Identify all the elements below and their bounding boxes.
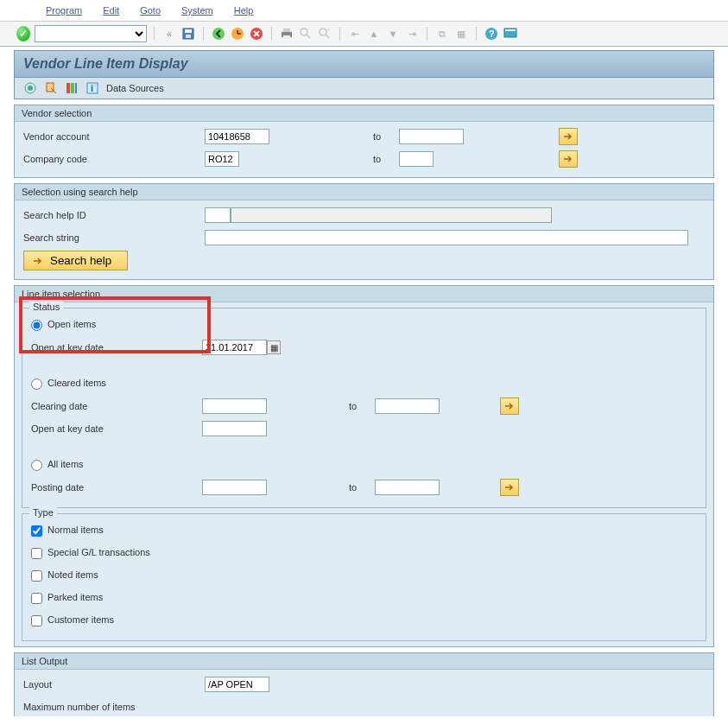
prev-page-icon[interactable]: ▲ [366,26,382,41]
find-next-icon[interactable]: + [317,26,332,41]
menu-bar: Program Edit Goto System Help [0,0,728,22]
enter-icon[interactable]: ✓ [16,26,31,41]
svg-rect-23 [75,83,77,93]
date-picker-icon[interactable]: ▦ [267,340,281,354]
get-variant-icon[interactable] [44,81,58,95]
search-help-id-label: Search help ID [23,210,205,220]
separator [154,27,155,41]
svg-rect-22 [71,83,74,93]
multiple-selection-button[interactable] [500,397,519,415]
info-icon[interactable]: i [85,81,99,95]
save-icon[interactable] [180,26,196,41]
normal-items-label: Normal items [47,525,104,535]
search-help-id-desc [231,207,552,223]
first-page-icon[interactable]: ⇤ [347,26,363,41]
parked-items-checkbox[interactable]: Parked items [31,592,103,604]
open-items-radio[interactable]: Open items [31,319,96,331]
menu-program[interactable]: Program [39,3,89,17]
clearing-date-from-input[interactable] [202,398,267,414]
customer-items-label: Customer items [47,614,114,625]
exit-icon[interactable] [230,26,245,41]
last-page-icon[interactable]: ⇥ [404,26,420,41]
to-label: to [349,401,375,411]
new-session-icon[interactable]: ⧉ [434,26,450,41]
group-title: Line item selection [15,286,713,302]
layout-menu-icon[interactable] [503,26,518,41]
cancel-icon[interactable] [249,26,264,41]
command-field[interactable] [35,25,147,42]
posting-date-to-input[interactable] [375,480,440,495]
clearing-date-to-input[interactable] [375,398,440,414]
menu-goto[interactable]: Goto [133,3,168,17]
special-gl-checkbox[interactable]: Special G/L transactions [31,547,150,559]
customer-items-checkbox[interactable]: Customer items [31,614,114,626]
open-key-date-label: Open at key date [31,342,202,353]
group-title: Vendor selection [15,105,713,122]
svg-point-3 [212,28,225,40]
help-icon[interactable]: ? [484,26,499,41]
all-items-radio[interactable]: All items [31,459,84,471]
search-help-button[interactable]: Search help [23,251,128,270]
standard-toolbar: ✓ « + ⇤ ▲ ▼ ⇥ ⧉ ▦ ? [0,22,728,47]
svg-text:+: + [326,27,331,34]
vendor-account-to-input[interactable] [399,129,464,144]
multiple-selection-button[interactable] [559,150,578,168]
layout-input[interactable] [205,677,269,692]
status-subgroup: Status Open items Open at key date ▦ Cle… [22,308,706,508]
type-subgroup: Type Normal items Special G/L transactio… [22,513,706,641]
app-toolbar: i Data Sources [14,78,714,99]
open-key-date-input[interactable] [202,340,267,355]
svg-rect-21 [66,83,70,93]
open-key-date2-label: Open at key date [31,423,202,434]
svg-rect-1 [185,29,192,33]
noted-items-checkbox[interactable]: Noted items [31,569,98,582]
separator [203,27,204,41]
normal-items-checkbox[interactable]: Normal items [31,525,104,537]
print-icon[interactable] [279,26,294,41]
menu-edit[interactable]: Edit [96,3,126,17]
posting-date-from-input[interactable] [202,480,267,495]
special-gl-label: Special G/L transactions [47,547,150,557]
vendor-account-input[interactable] [205,129,269,144]
line-item-selection-group: Line item selection Status Open items Op… [14,285,714,647]
group-title: List Output [15,653,713,670]
dynamic-selections-icon[interactable] [65,81,79,95]
data-sources-link[interactable]: Data Sources [106,83,164,93]
cleared-items-radio[interactable]: Cleared items [31,378,106,390]
search-help-group: Selection using search help Search help … [14,183,714,280]
multiple-selection-button[interactable] [500,479,519,496]
open-key-date2-input[interactable] [202,421,267,436]
search-help-button-label: Search help [50,254,111,267]
svg-rect-8 [283,35,290,39]
search-string-label: Search string [23,232,205,243]
menu-help[interactable]: Help [227,3,261,17]
to-label: to [349,482,375,493]
svg-rect-17 [505,29,516,31]
svg-point-9 [301,29,307,35]
svg-text:?: ? [489,29,495,39]
cleared-items-label: Cleared items [47,378,106,388]
subgroup-title: Type [29,507,57,518]
shortcut-icon[interactable]: ▦ [453,26,469,41]
company-code-label: Company code [23,154,205,164]
separator [271,27,272,41]
page-title: Vendor Line Item Display [23,56,705,72]
company-code-input[interactable] [205,151,239,167]
menu-system[interactable]: System [174,3,220,17]
vendor-selection-group: Vendor selection Vendor account to Compa… [14,105,714,178]
max-items-label: Maximum number of items [23,702,205,712]
search-string-input[interactable] [205,230,688,245]
execute-icon[interactable] [23,81,37,95]
posting-date-label: Posting date [31,482,202,493]
back-icon[interactable] [211,26,226,41]
svg-line-10 [307,35,310,38]
collapse-icon[interactable]: « [161,26,177,41]
find-icon[interactable] [298,26,313,41]
multiple-selection-button[interactable] [559,128,578,145]
svg-rect-7 [283,29,290,32]
clearing-date-label: Clearing date [31,401,202,411]
next-page-icon[interactable]: ▼ [385,26,401,41]
search-help-id-short-input[interactable] [205,207,231,223]
separator [339,27,340,41]
company-code-to-input[interactable] [399,151,434,167]
